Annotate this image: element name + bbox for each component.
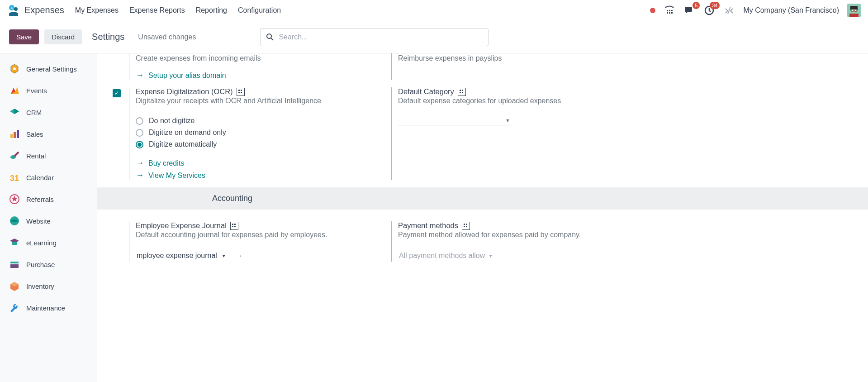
crm-icon [9, 107, 20, 118]
accounting-header: Accounting [97, 187, 868, 210]
svg-rect-21 [10, 134, 13, 138]
arrow-right-icon: → [136, 158, 144, 168]
nav-configuration[interactable]: Configuration [238, 6, 281, 14]
settings-sidebar: General Settings Events CRM Sales Rental… [0, 53, 97, 382]
apps-icon[interactable] [664, 5, 675, 16]
calendar-icon: 31 [9, 172, 20, 183]
elearning-icon [9, 237, 20, 248]
breadcrumb: Settings [92, 32, 124, 42]
nav-links: My Expenses Expense Reports Reporting Co… [75, 6, 281, 14]
payslips-desc: Reimburse expenses in payslips [398, 54, 645, 62]
ocr-radio-demand[interactable]: Digitize on demand only [136, 127, 382, 138]
sidebar-item-inventory[interactable]: Inventory [0, 275, 97, 297]
company-icon [230, 222, 238, 230]
sidebar-item-label: Events [26, 87, 47, 95]
company-selector[interactable]: My Company (San Francisco) [743, 6, 839, 14]
control-bar: Save Discard Settings Unsaved changes [0, 21, 868, 53]
sidebar-item-elearning[interactable]: eLearning [0, 232, 97, 253]
company-icon [458, 88, 466, 96]
sidebar-item-label: Purchase [26, 261, 55, 268]
nav-reporting[interactable]: Reporting [196, 6, 227, 14]
save-button[interactable]: Save [9, 29, 39, 44]
svg-rect-16 [854, 10, 857, 11]
svg-rect-30 [10, 264, 19, 268]
radio-checked-icon [136, 141, 143, 148]
empjournal-dropdown[interactable]: mployee expense journal▾ [136, 250, 226, 262]
gear-icon [9, 63, 20, 74]
empjournal-title: Employee Expense Journal [136, 221, 382, 230]
activities-badge: 34 [710, 2, 720, 9]
svg-point-2 [14, 7, 18, 11]
app-icon: $ [7, 4, 20, 17]
app-name[interactable]: Expenses [24, 5, 64, 15]
view-services-link[interactable]: →View My Services [136, 171, 382, 180]
messages-badge: 5 [693, 2, 700, 9]
events-icon [9, 85, 20, 96]
sidebar-item-label: Referrals [26, 196, 54, 203]
settings-content: Create expenses from incoming emails →Se… [97, 53, 868, 382]
purchase-icon [9, 259, 20, 270]
sidebar-item-rental[interactable]: Rental [0, 145, 97, 167]
ocr-checkbox[interactable]: ✓ [113, 89, 121, 97]
svg-rect-6 [669, 10, 670, 11]
sidebar-item-purchase[interactable]: Purchase [0, 253, 97, 275]
nav-my-expenses[interactable]: My Expenses [75, 6, 119, 14]
search-input[interactable] [279, 33, 483, 41]
setup-alias-link[interactable]: →Setup your alias domain [136, 71, 382, 80]
svg-rect-22 [14, 132, 16, 138]
paymethods-title: Payment methods [398, 221, 645, 230]
sidebar-item-calendar[interactable]: 31Calendar [0, 167, 97, 188]
sidebar-item-label: Inventory [26, 282, 54, 290]
svg-point-18 [267, 34, 271, 38]
messages-icon[interactable]: 5 [683, 5, 695, 16]
svg-text:31: 31 [10, 174, 19, 183]
search-icon [266, 33, 274, 41]
sidebar-item-label: Website [26, 217, 51, 225]
svg-rect-5 [667, 10, 668, 11]
sidebar-item-crm[interactable]: CRM [0, 101, 97, 123]
ocr-title: Expense Digitalization (OCR) [136, 87, 382, 96]
sidebar-item-events[interactable]: Events [0, 80, 97, 101]
defaultcat-dropdown[interactable]: ▼ [398, 116, 511, 125]
sidebar-item-maintenance[interactable]: Maintenance [0, 297, 97, 319]
ocr-desc: Digitalize your receipts with OCR and Ar… [136, 97, 382, 105]
inventory-icon [9, 281, 20, 291]
svg-rect-17 [849, 14, 859, 17]
chevron-down-icon: ▼ [505, 118, 510, 123]
radio-icon [136, 117, 143, 125]
ocr-radio-auto[interactable]: Digitize automatically [136, 138, 382, 150]
sidebar-item-label: Rental [26, 152, 46, 160]
external-link-icon[interactable]: → [234, 251, 242, 261]
sidebar-item-label: Calendar [26, 174, 54, 181]
avatar[interactable] [847, 4, 861, 17]
search-box[interactable] [260, 28, 489, 46]
discard-button[interactable]: Discard [44, 29, 82, 44]
sidebar-item-sales[interactable]: Sales [0, 123, 97, 145]
arrow-right-icon: → [136, 71, 144, 80]
paymethods-dropdown[interactable]: All payment methods allow▾ [398, 250, 493, 262]
unsaved-status: Unsaved changes [138, 33, 196, 41]
svg-rect-8 [667, 12, 668, 14]
svg-point-3 [665, 6, 667, 8]
ocr-radio-none[interactable]: Do not digitize [136, 115, 382, 127]
svg-point-20 [13, 67, 16, 70]
sidebar-item-general[interactable]: General Settings [0, 58, 97, 80]
svg-text:$: $ [11, 6, 13, 10]
nav-expense-reports[interactable]: Expense Reports [129, 6, 185, 14]
sidebar-item-label: Maintenance [26, 304, 65, 312]
activities-icon[interactable]: 34 [703, 5, 715, 16]
sidebar-item-label: CRM [26, 109, 42, 116]
main: General Settings Events CRM Sales Rental… [0, 53, 868, 382]
svg-rect-10 [671, 12, 673, 14]
website-icon [9, 215, 20, 226]
chevron-down-icon: ▾ [223, 253, 225, 259]
sidebar-item-website[interactable]: Website [0, 210, 97, 232]
sidebar-item-referrals[interactable]: Referrals [0, 188, 97, 210]
buy-credits-link[interactable]: →Buy credits [136, 158, 382, 168]
referrals-icon [9, 194, 20, 205]
debug-icon[interactable] [723, 5, 735, 16]
maintenance-icon [9, 302, 20, 313]
company-icon [462, 222, 470, 230]
svg-rect-28 [12, 242, 17, 245]
emails-desc: Create expenses from incoming emails [136, 54, 382, 62]
